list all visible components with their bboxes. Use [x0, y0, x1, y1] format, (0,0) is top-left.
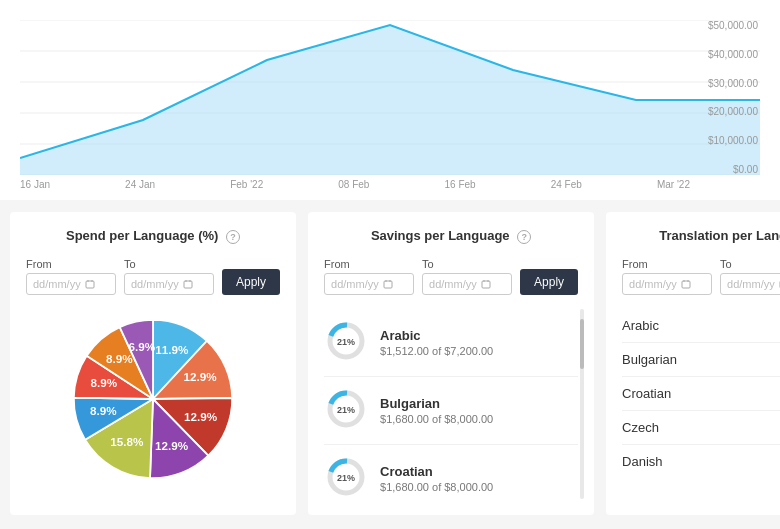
spend-panel-title: Spend per Language (%) ? — [26, 228, 280, 244]
svg-rect-25 — [482, 281, 490, 288]
savings-info-arabic: Arabic $1,512.00 of $7,200.00 — [380, 328, 493, 357]
spend-chart-panel: $50,000.00 $40,000.00 $30,000.00 $20,000… — [0, 0, 780, 200]
savings-scrollbar-track[interactable] — [580, 309, 584, 499]
translation-date-row: From dd/mm/yy To dd/mm/yy Apply — [622, 258, 780, 295]
savings-scrollbar-thumb[interactable] — [580, 319, 584, 369]
translation-lang-bulgarian: Bulgarian — [622, 352, 677, 367]
list-item: Croatian 40,000 words — [622, 377, 780, 411]
savings-apply-button[interactable]: Apply — [520, 269, 578, 295]
spend-to-group: To dd/mm/yy — [124, 258, 214, 295]
savings-help-icon[interactable]: ? — [517, 230, 531, 244]
translation-to-label: To — [720, 258, 780, 270]
svg-text:21%: 21% — [337, 405, 355, 415]
list-item: Danish 40,000 words — [622, 445, 780, 478]
svg-text:11.9%: 11.9% — [155, 343, 189, 356]
calendar-icon — [85, 279, 95, 289]
savings-lang-name: Arabic — [380, 328, 493, 343]
donut-bulgarian: 21% — [324, 387, 368, 434]
bottom-panels: Spend per Language (%) ? From dd/mm/yy T… — [0, 212, 780, 525]
translation-lang-arabic: Arabic — [622, 318, 659, 333]
translation-from-input[interactable]: dd/mm/yy — [622, 273, 712, 295]
spend-help-icon[interactable]: ? — [226, 230, 240, 244]
list-item: 21% Croatian $1,680.00 of $8,000.00 — [324, 445, 578, 499]
savings-from-group: From dd/mm/yy — [324, 258, 414, 295]
translation-to-group: To dd/mm/yy — [720, 258, 780, 295]
svg-text:12.9%: 12.9% — [184, 410, 218, 423]
line-chart-svg — [20, 20, 760, 175]
spend-pie-container: 11.9%12.9%12.9%12.9%15.8%8.9%8.9%8.9%6.9… — [26, 309, 280, 489]
translation-panel: Translation per Language ? From dd/mm/yy… — [606, 212, 780, 515]
donut-arabic: 21% — [324, 319, 368, 366]
translation-from-label: From — [622, 258, 712, 270]
calendar-icon-3 — [383, 279, 393, 289]
savings-lang-name: Croatian — [380, 464, 493, 479]
savings-to-group: To dd/mm/yy — [422, 258, 512, 295]
translation-panel-title: Translation per Language ? — [622, 228, 780, 244]
svg-rect-10 — [184, 281, 192, 288]
svg-text:21%: 21% — [337, 473, 355, 483]
spend-from-input[interactable]: dd/mm/yy — [26, 273, 116, 295]
calendar-icon-5 — [681, 279, 691, 289]
x-axis-labels: 16 Jan 24 Jan Feb '22 08 Feb 16 Feb 24 F… — [20, 175, 760, 190]
svg-rect-37 — [682, 281, 690, 288]
donut-croatian: 21% — [324, 455, 368, 499]
list-item: 21% Arabic $1,512.00 of $7,200.00 — [324, 309, 578, 377]
translation-lang-croatian: Croatian — [622, 386, 671, 401]
savings-scroll-wrapper: 21% Arabic $1,512.00 of $7,200.00 21% — [324, 309, 578, 499]
savings-to-input[interactable]: dd/mm/yy — [422, 273, 512, 295]
calendar-icon-2 — [183, 279, 193, 289]
spend-pie-chart: 11.9%12.9%12.9%12.9%15.8%8.9%8.9%8.9%6.9… — [63, 309, 243, 489]
spend-date-row: From dd/mm/yy To dd/mm/yy Apply — [26, 258, 280, 295]
svg-text:8.9%: 8.9% — [90, 376, 117, 389]
list-item: Czech 40,000 words — [622, 411, 780, 445]
savings-lang-amount: $1,680.00 of $8,000.00 — [380, 481, 493, 493]
y-axis-labels: $50,000.00 $40,000.00 $30,000.00 $20,000… — [692, 20, 760, 175]
savings-lang-amount: $1,512.00 of $7,200.00 — [380, 345, 493, 357]
translation-lang-danish: Danish — [622, 454, 662, 469]
spend-panel: Spend per Language (%) ? From dd/mm/yy T… — [10, 212, 296, 515]
translation-from-group: From dd/mm/yy — [622, 258, 712, 295]
savings-date-row: From dd/mm/yy To dd/mm/yy Apply — [324, 258, 578, 295]
svg-text:15.8%: 15.8% — [110, 435, 144, 448]
savings-lang-amount: $1,680.00 of $8,000.00 — [380, 413, 493, 425]
spend-to-label: To — [124, 258, 214, 270]
savings-from-label: From — [324, 258, 414, 270]
savings-to-label: To — [422, 258, 512, 270]
savings-info-bulgarian: Bulgarian $1,680.00 of $8,000.00 — [380, 396, 493, 425]
spend-from-group: From dd/mm/yy — [26, 258, 116, 295]
translation-list: Arabic 40,000 words Bulgarian 40,000 wor… — [622, 309, 780, 478]
spend-apply-button[interactable]: Apply — [222, 269, 280, 295]
svg-text:21%: 21% — [337, 337, 355, 347]
savings-list: 21% Arabic $1,512.00 of $7,200.00 21% — [324, 309, 578, 499]
svg-text:12.9%: 12.9% — [183, 370, 217, 383]
svg-text:8.9%: 8.9% — [90, 404, 117, 417]
translation-lang-czech: Czech — [622, 420, 659, 435]
svg-rect-22 — [384, 281, 392, 288]
svg-text:12.9%: 12.9% — [155, 439, 189, 452]
svg-text:6.9%: 6.9% — [129, 340, 156, 353]
svg-rect-7 — [86, 281, 94, 288]
savings-info-croatian: Croatian $1,680.00 of $8,000.00 — [380, 464, 493, 493]
list-item: Arabic 40,000 words — [622, 309, 780, 343]
savings-lang-name: Bulgarian — [380, 396, 493, 411]
spend-from-label: From — [26, 258, 116, 270]
list-item: 21% Bulgarian $1,680.00 of $8,000.00 — [324, 377, 578, 445]
calendar-icon-4 — [481, 279, 491, 289]
savings-panel: Savings per Language ? From dd/mm/yy To … — [308, 212, 594, 515]
savings-from-input[interactable]: dd/mm/yy — [324, 273, 414, 295]
translation-to-input[interactable]: dd/mm/yy — [720, 273, 780, 295]
spend-to-input[interactable]: dd/mm/yy — [124, 273, 214, 295]
savings-panel-title: Savings per Language ? — [324, 228, 578, 244]
list-item: Bulgarian 40,000 words — [622, 343, 780, 377]
